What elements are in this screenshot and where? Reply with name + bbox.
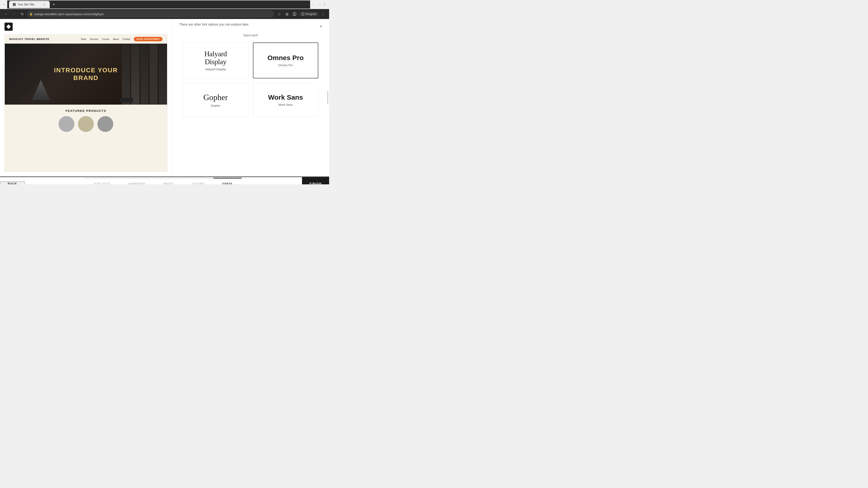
preview-nav-about: About [113,38,119,40]
hero-columns-decoration [122,43,167,105]
progress-bar [0,176,329,177]
incognito-label: Incognito [305,12,316,15]
hero-col-3 [141,43,149,105]
reload-button[interactable]: ↻ [19,11,25,17]
progress-steps-nav: SITE TITLE HOMEPAGE PAGES COLORS FONTS [25,182,302,185]
font-subtitle-omnes: Omnes Pro [278,64,293,67]
hero-col-2 [131,43,140,105]
preview-cta-button: BOOK APPOINTMENT [134,37,162,41]
minimize-button[interactable]: ─ [312,3,315,6]
new-tab-button[interactable]: + [51,1,57,8]
url-input[interactable] [27,10,274,18]
incognito-badge: Incognito [299,12,319,16]
font-selection-panel: × There are other font options you can e… [172,19,329,176]
tab-favicon [13,3,16,6]
font-grid: HalyardDisplay Halyard Display Omnes Pro… [172,39,329,121]
window-controls: ─ □ ✕ [312,3,327,6]
active-tab[interactable]: Your Site Title ✕ [9,1,50,8]
progress-step-5 [264,176,329,177]
bottom-navigation: BACK SITE TITLE HOMEPAGE PAGES COLORS FO… [0,176,329,184]
font-subtitle-gopher: Gopher [211,104,220,107]
scroll-indicator [327,91,328,104]
address-bar: ← → ↻ 🔒 ☆ ⊞ Incognito ⋮ [0,9,329,19]
preview-nav-course: Course [102,38,109,40]
menu-button[interactable]: ⋮ [320,11,327,17]
font-display-halyard: HalyardDisplay [204,50,227,66]
step-fonts[interactable]: FONTS [213,182,242,185]
product-item-2 [78,116,94,132]
font-card-halyard[interactable]: HalyardDisplay Halyard Display [183,42,248,78]
back-button[interactable]: BACK [0,182,25,184]
preview-site-name: MOODJOY TRAVEL WEBSITE [9,38,49,40]
hero-col-4 [149,43,158,105]
tab-title: Your Site Title [18,3,34,6]
progress-step-4 [197,176,264,177]
finish-button[interactable]: FINISH [302,176,329,185]
site-preview-frame: MOODJOY TRAVEL WEBSITE Shop Services Cou… [4,34,167,172]
bookmark-button[interactable]: ☆ [276,11,282,17]
preview-nav-contact: Contact [123,38,130,40]
step-colors[interactable]: COLORS [183,182,213,185]
step-site-title[interactable]: SITE TITLE [85,182,120,185]
featured-products-row [9,116,162,132]
svg-rect-0 [13,3,16,6]
browser-chrome: ▼ Your Site Title ✕ + ─ □ ✕ ← → ↻ 🔒 ☆ [0,0,329,19]
step-pages[interactable]: PAGES [155,182,183,185]
step-site-title-label: SITE TITLE [94,182,111,185]
title-bar: ▼ Your Site Title ✕ + ─ □ ✕ [0,0,329,9]
font-category-label: Sans-serif [172,30,329,39]
forward-nav-button[interactable]: → [11,11,17,17]
preview-hero: INTRODUCE YOUR BRAND [5,43,167,105]
svg-point-4 [303,13,303,14]
step-pages-label: PAGES [164,182,174,185]
hero-rect-shape [120,98,133,102]
product-item-1 [59,116,74,132]
ss-logo-icon [4,23,13,31]
hero-col-1 [122,43,130,105]
progress-step-2 [66,176,131,177]
svg-point-2 [294,13,295,14]
profile-button[interactable] [291,11,298,17]
close-panel-button[interactable]: × [317,23,324,30]
tab-group-arrow[interactable]: ▼ [3,3,5,6]
site-preview-panel: MOODJOY TRAVEL WEBSITE Shop Services Cou… [0,19,172,176]
close-window-button[interactable]: ✕ [323,3,327,6]
preview-nav-shop: Shop [81,38,86,40]
font-display-work-sans: Work Sans [268,94,303,101]
hero-text: INTRODUCE YOUR BRAND [54,66,118,82]
back-nav-button[interactable]: ← [3,11,9,17]
step-homepage-label: HOMEPAGE [129,182,146,185]
font-card-gopher[interactable]: Gopher Gopher [183,83,248,117]
step-fonts-label: FONTS [222,182,232,185]
progress-step-1 [0,176,66,177]
hero-text-line2: BRAND [54,74,118,82]
featured-products-title: FEATURED PRODUCTS [9,109,162,112]
address-bar-wrapper[interactable]: 🔒 [27,10,274,18]
step-colors-label: COLORS [192,182,204,185]
app-container: MOODJOY TRAVEL WEBSITE Shop Services Cou… [0,19,329,176]
font-card-work-sans[interactable]: Work Sans Work Sans [253,83,318,117]
font-display-gopher: Gopher [204,93,228,102]
font-card-omnes[interactable]: Omnes Pro Omnes Pro [253,42,318,78]
font-subtitle-work-sans: Work Sans [278,103,293,106]
browser-actions: ☆ ⊞ Incognito ⋮ [276,11,327,17]
squarespace-logo [0,19,172,34]
other-fonts-notice: There are other font options you can exp… [172,19,329,30]
tab-strip: Your Site Title ✕ + [7,0,310,8]
preview-featured-section: FEATURED PRODUCTS [5,105,167,136]
preview-nav: MOODJOY TRAVEL WEBSITE Shop Services Cou… [5,35,167,43]
preview-nav-services: Services [90,38,98,40]
security-lock-icon: 🔒 [29,12,33,15]
hero-col-5 [159,43,167,105]
font-display-omnes: Omnes Pro [268,54,304,62]
font-subtitle-halyard: Halyard Display [205,68,226,71]
product-item-3 [97,116,113,132]
tab-close-button[interactable]: ✕ [42,3,46,6]
step-homepage[interactable]: HOMEPAGE [120,182,155,185]
maximize-button[interactable]: □ [317,3,321,6]
preview-nav-links: Shop Services Course About Contact BOOK … [81,37,162,41]
progress-step-3 [131,176,197,177]
extensions-button[interactable]: ⊞ [284,11,290,17]
hero-text-line1: INTRODUCE YOUR [54,66,118,74]
